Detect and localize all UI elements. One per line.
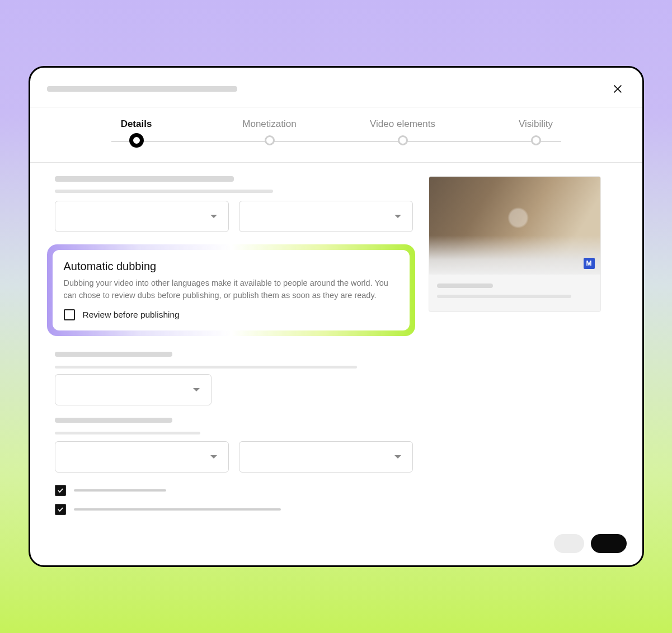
dropdown-3[interactable]	[55, 374, 212, 405]
review-before-publishing-label: Review before publishing	[83, 310, 180, 320]
dropdown-4[interactable]	[55, 441, 229, 473]
review-before-publishing-row: Review before publishing	[64, 309, 398, 320]
video-preview-card: M	[429, 176, 601, 312]
review-before-publishing-checkbox[interactable]	[64, 309, 75, 320]
step-monetization[interactable]: Monetization	[236, 119, 303, 148]
step-label: Monetization	[242, 119, 296, 130]
section-3	[55, 418, 413, 515]
thumbnail-badge: M	[584, 258, 595, 269]
close-icon	[612, 83, 624, 95]
step-label: Details	[121, 119, 152, 130]
option-checkbox-2[interactable]	[55, 504, 66, 515]
option-label-placeholder	[74, 508, 281, 511]
option-checkbox-2-row	[55, 504, 413, 515]
back-button[interactable]	[554, 534, 584, 553]
step-dot-icon	[129, 133, 144, 148]
preview-title-placeholder	[437, 284, 493, 288]
dropdown-2[interactable]	[239, 201, 413, 232]
preview-column: M	[429, 176, 601, 516]
dialog-footer	[554, 534, 627, 553]
option-checkbox-1-row	[55, 485, 413, 496]
section-2	[55, 352, 413, 405]
section-heading-placeholder	[55, 176, 234, 182]
step-label: Visibility	[519, 119, 553, 130]
upload-dialog: Details Monetization Video elements Visi…	[29, 66, 644, 568]
step-video-elements[interactable]: Video elements	[369, 119, 436, 148]
select-row	[55, 201, 413, 232]
chevron-down-icon	[210, 215, 217, 218]
form-column: Automatic dubbing Dubbing your video int…	[55, 176, 413, 516]
dropdown-5[interactable]	[239, 441, 413, 473]
section-text-placeholder	[55, 366, 357, 369]
section-heading-placeholder	[55, 352, 172, 357]
dialog-body: Automatic dubbing Dubbing your video int…	[30, 163, 642, 566]
option-label-placeholder	[74, 489, 166, 492]
step-visibility[interactable]: Visibility	[502, 119, 570, 148]
step-dot-icon	[531, 135, 541, 145]
automatic-dubbing-card: Automatic dubbing Dubbing your video int…	[53, 250, 410, 331]
dialog-header	[30, 68, 642, 107]
chevron-down-icon	[193, 388, 200, 391]
step-label: Video elements	[370, 119, 435, 130]
check-icon	[57, 486, 64, 494]
step-dot-icon	[265, 135, 275, 145]
check-icon	[57, 506, 64, 513]
step-details[interactable]: Details	[103, 119, 170, 148]
stepper-track	[111, 141, 561, 142]
automatic-dubbing-highlight: Automatic dubbing Dubbing your video int…	[47, 244, 415, 337]
next-button[interactable]	[591, 534, 627, 553]
preview-meta	[429, 275, 600, 311]
stepper: Details Monetization Video elements Visi…	[30, 107, 642, 162]
chevron-down-icon	[394, 455, 401, 459]
close-button[interactable]	[610, 81, 626, 97]
video-thumbnail[interactable]: M	[429, 177, 600, 275]
preview-text-placeholder	[437, 295, 571, 298]
step-dot-icon	[398, 135, 408, 145]
automatic-dubbing-title: Automatic dubbing	[64, 260, 398, 273]
automatic-dubbing-description: Dubbing your video into other languages …	[64, 277, 398, 302]
section-heading-placeholder	[55, 418, 172, 423]
option-checkbox-1[interactable]	[55, 485, 66, 496]
section-text-placeholder	[55, 432, 200, 434]
dialog-title-placeholder	[47, 86, 237, 92]
chevron-down-icon	[210, 455, 217, 459]
chevron-down-icon	[394, 215, 401, 218]
section-text-placeholder	[55, 190, 273, 193]
dropdown-1[interactable]	[55, 201, 229, 232]
